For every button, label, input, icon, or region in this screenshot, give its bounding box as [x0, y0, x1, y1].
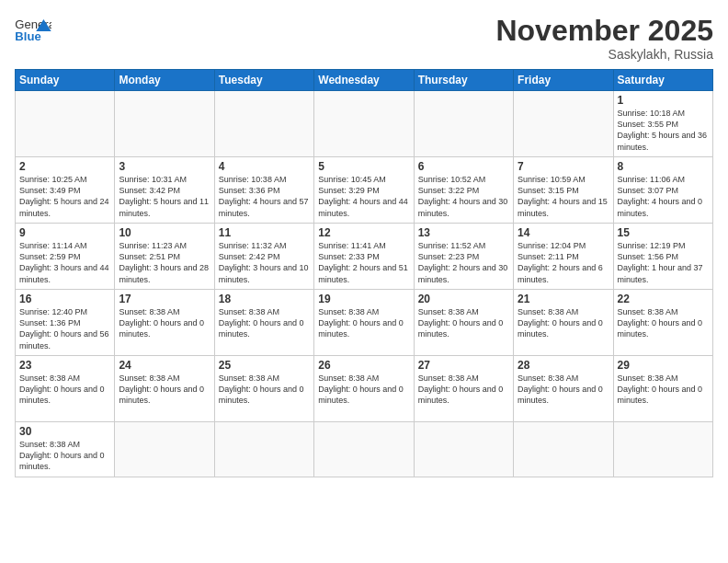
day-info: Sunset: 8:38 AM Daylight: 0 hours and 0 …: [618, 373, 709, 406]
day-info: Sunrise: 11:06 AM Sunset: 3:07 PM Daylig…: [618, 174, 709, 219]
day-cell-5-5: 27Sunset: 8:38 AM Daylight: 0 hours and …: [414, 356, 513, 422]
day-number: 25: [219, 359, 310, 372]
header-tuesday: Tuesday: [214, 70, 313, 91]
day-number: 22: [618, 293, 709, 305]
day-cell-1-2: [115, 91, 214, 157]
page: General Blue November 2025 Saskylakh, Ru…: [0, 0, 728, 563]
day-cell-3-1: 9Sunrise: 11:14 AM Sunset: 2:59 PM Dayli…: [16, 224, 115, 290]
day-cell-2-4: 5Sunrise: 10:45 AM Sunset: 3:29 PM Dayli…: [314, 157, 414, 224]
day-cell-3-7: 15Sunrise: 12:19 PM Sunset: 1:56 PM Dayl…: [613, 224, 712, 290]
day-info: Sunrise: 11:41 AM Sunset: 2:33 PM Daylig…: [318, 240, 409, 285]
day-number: 28: [518, 359, 609, 372]
day-number: 7: [518, 160, 609, 173]
day-cell-6-6: [514, 422, 613, 477]
day-cell-2-5: 6Sunrise: 10:52 AM Sunset: 3:22 PM Dayli…: [414, 157, 513, 224]
header-monday: Monday: [115, 70, 214, 91]
week-row-1: 1Sunrise: 10:18 AM Sunset: 3:55 PM Dayli…: [16, 91, 713, 157]
day-cell-5-7: 29Sunset: 8:38 AM Daylight: 0 hours and …: [613, 356, 712, 422]
week-row-2: 2Sunrise: 10:25 AM Sunset: 3:49 PM Dayli…: [16, 157, 713, 224]
title-section: November 2025 Saskylakh, Russia: [495, 15, 713, 62]
day-number: 11: [219, 226, 310, 239]
day-cell-1-4: [314, 91, 414, 157]
calendar: Sunday Monday Tuesday Wednesday Thursday…: [15, 69, 713, 477]
day-info: Sunset: 8:38 AM Daylight: 0 hours and 0 …: [518, 306, 609, 339]
week-row-5: 23Sunset: 8:38 AM Daylight: 0 hours and …: [16, 356, 713, 422]
day-info: Sunset: 8:38 AM Daylight: 0 hours and 0 …: [119, 373, 210, 406]
day-info: Sunrise: 10:31 AM Sunset: 3:42 PM Daylig…: [119, 174, 210, 219]
day-cell-3-2: 10Sunrise: 11:23 AM Sunset: 2:51 PM Dayl…: [115, 224, 214, 290]
day-number: 14: [518, 226, 609, 239]
header-thursday: Thursday: [414, 70, 513, 91]
day-info: Sunrise: 11:32 AM Sunset: 2:42 PM Daylig…: [219, 240, 310, 285]
day-info: Sunrise: 10:45 AM Sunset: 3:29 PM Daylig…: [318, 174, 409, 219]
month-title: November 2025: [495, 15, 713, 47]
day-cell-4-6: 21Sunset: 8:38 AM Daylight: 0 hours and …: [514, 290, 613, 356]
header-wednesday: Wednesday: [314, 70, 414, 91]
day-number: 19: [318, 293, 409, 305]
week-row-6: 30Sunset: 8:38 AM Daylight: 0 hours and …: [16, 422, 713, 477]
header: General Blue November 2025 Saskylakh, Ru…: [15, 15, 713, 62]
day-number: 10: [119, 226, 210, 239]
day-cell-4-1: 16Sunrise: 12:40 PM Sunset: 1:36 PM Dayl…: [16, 290, 115, 356]
svg-text:Blue: Blue: [15, 29, 40, 43]
day-number: 12: [318, 226, 409, 239]
day-cell-2-2: 3Sunrise: 10:31 AM Sunset: 3:42 PM Dayli…: [115, 157, 214, 224]
day-info: Sunrise: 11:14 AM Sunset: 2:59 PM Daylig…: [19, 240, 110, 285]
week-row-4: 16Sunrise: 12:40 PM Sunset: 1:36 PM Dayl…: [16, 290, 713, 356]
day-number: 18: [219, 293, 310, 305]
day-number: 15: [618, 226, 709, 239]
day-cell-4-7: 22Sunset: 8:38 AM Daylight: 0 hours and …: [613, 290, 712, 356]
day-cell-6-5: [414, 422, 513, 477]
day-number: 17: [119, 293, 210, 305]
day-number: 21: [518, 293, 609, 305]
day-cell-3-6: 14Sunrise: 12:04 PM Sunset: 2:11 PM Dayl…: [514, 224, 613, 290]
header-sunday: Sunday: [16, 70, 115, 91]
day-number: 9: [19, 226, 110, 239]
day-info: Sunset: 8:38 AM Daylight: 0 hours and 0 …: [318, 306, 409, 339]
day-cell-1-1: [16, 91, 115, 157]
location: Saskylakh, Russia: [495, 47, 713, 62]
day-cell-3-5: 13Sunrise: 11:52 AM Sunset: 2:23 PM Dayl…: [414, 224, 513, 290]
day-cell-4-2: 17Sunset: 8:38 AM Daylight: 0 hours and …: [115, 290, 214, 356]
day-cell-5-3: 25Sunset: 8:38 AM Daylight: 0 hours and …: [214, 356, 313, 422]
day-cell-6-2: [115, 422, 214, 477]
day-cell-2-6: 7Sunrise: 10:59 AM Sunset: 3:15 PM Dayli…: [514, 157, 613, 224]
day-cell-2-3: 4Sunrise: 10:38 AM Sunset: 3:36 PM Dayli…: [214, 157, 313, 224]
day-number: 30: [19, 425, 110, 438]
day-info: Sunrise: 12:19 PM Sunset: 1:56 PM Daylig…: [618, 240, 709, 285]
day-info: Sunset: 8:38 AM Daylight: 0 hours and 0 …: [318, 373, 409, 406]
day-number: 16: [19, 293, 110, 305]
day-info: Sunrise: 12:04 PM Sunset: 2:11 PM Daylig…: [518, 240, 609, 285]
day-cell-1-5: [414, 91, 513, 157]
day-info: Sunset: 8:38 AM Daylight: 0 hours and 0 …: [518, 373, 609, 406]
day-cell-1-3: [214, 91, 313, 157]
day-cell-3-4: 12Sunrise: 11:41 AM Sunset: 2:33 PM Dayl…: [314, 224, 414, 290]
day-number: 24: [119, 359, 210, 372]
day-cell-2-1: 2Sunrise: 10:25 AM Sunset: 3:49 PM Dayli…: [16, 157, 115, 224]
day-info: Sunset: 8:38 AM Daylight: 0 hours and 0 …: [219, 373, 310, 406]
day-number: 6: [418, 160, 509, 173]
day-info: Sunrise: 11:52 AM Sunset: 2:23 PM Daylig…: [418, 240, 509, 285]
day-info: Sunrise: 10:18 AM Sunset: 3:55 PM Daylig…: [618, 108, 709, 153]
day-cell-6-1: 30Sunset: 8:38 AM Daylight: 0 hours and …: [16, 422, 115, 477]
day-number: 4: [219, 160, 310, 173]
header-friday: Friday: [514, 70, 613, 91]
day-cell-3-3: 11Sunrise: 11:32 AM Sunset: 2:42 PM Dayl…: [214, 224, 313, 290]
day-cell-4-5: 20Sunset: 8:38 AM Daylight: 0 hours and …: [414, 290, 513, 356]
day-cell-6-7: [613, 422, 712, 477]
logo: General Blue: [15, 15, 51, 48]
day-number: 1: [618, 94, 709, 107]
day-number: 26: [318, 359, 409, 372]
day-number: 8: [618, 160, 709, 173]
day-number: 3: [119, 160, 210, 173]
day-cell-5-6: 28Sunset: 8:38 AM Daylight: 0 hours and …: [514, 356, 613, 422]
day-info: Sunset: 8:38 AM Daylight: 0 hours and 0 …: [418, 373, 509, 406]
day-info: Sunrise: 10:38 AM Sunset: 3:36 PM Daylig…: [219, 174, 310, 219]
day-cell-6-3: [214, 422, 313, 477]
weekday-header-row: Sunday Monday Tuesday Wednesday Thursday…: [16, 70, 713, 91]
day-cell-5-1: 23Sunset: 8:38 AM Daylight: 0 hours and …: [16, 356, 115, 422]
day-number: 2: [19, 160, 110, 173]
day-info: Sunset: 8:38 AM Daylight: 0 hours and 0 …: [19, 439, 110, 472]
day-cell-1-6: [514, 91, 613, 157]
day-cell-6-4: [314, 422, 414, 477]
